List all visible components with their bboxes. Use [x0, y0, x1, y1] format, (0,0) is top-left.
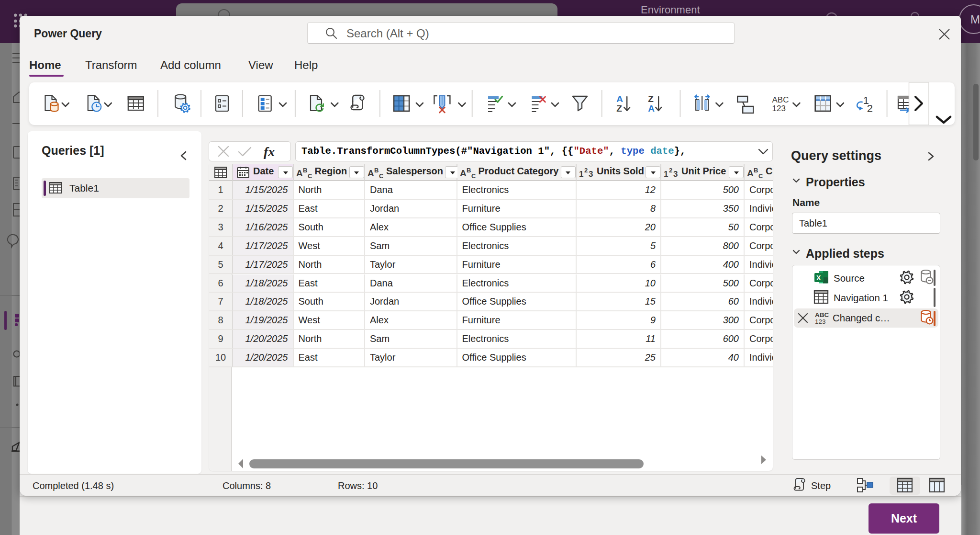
svg-text:C: C [758, 172, 763, 180]
svg-text:1: 1 [579, 170, 583, 179]
svg-text:123: 123 [772, 104, 786, 113]
svg-text:A: A [296, 168, 303, 178]
svg-text:B: B [303, 167, 307, 174]
svg-text:Z: Z [648, 94, 654, 104]
svg-text:2: 2 [867, 102, 873, 114]
svg-text:ABC: ABC [772, 95, 789, 104]
svg-text:X: X [816, 274, 821, 282]
svg-text:Z: Z [616, 103, 622, 114]
svg-text:A: A [648, 103, 655, 114]
svg-text:2: 2 [669, 167, 672, 174]
svg-text:A: A [747, 168, 754, 178]
svg-text:3: 3 [589, 170, 593, 179]
svg-text:ABC: ABC [815, 311, 829, 319]
svg-text:B: B [374, 167, 379, 174]
svg-text:2: 2 [584, 167, 588, 174]
svg-text:C: C [379, 172, 384, 180]
svg-text:fx: fx [264, 144, 275, 159]
svg-text:C: C [308, 172, 312, 180]
svg-text:123: 123 [815, 318, 826, 325]
svg-text:B: B [754, 167, 758, 174]
svg-text:A: A [368, 168, 374, 178]
svg-text:A: A [616, 94, 623, 104]
svg-text:3: 3 [673, 170, 678, 179]
svg-text:C: C [471, 172, 476, 180]
svg-text:A: A [460, 168, 467, 178]
svg-text:1: 1 [664, 170, 668, 179]
svg-text:B: B [467, 167, 471, 174]
